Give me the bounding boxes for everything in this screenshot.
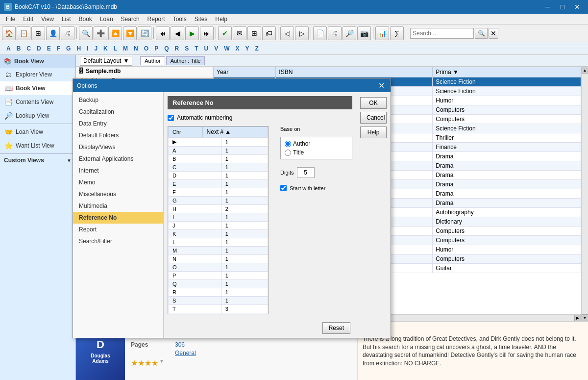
toolbar-doc-btn[interactable]: 📄 [313,26,327,40]
toolbar-grid-btn[interactable]: ⊞ [31,26,45,40]
toolbar-first-btn[interactable]: ⏮ [156,26,170,40]
toolbar-table-btn[interactable]: ⊞ [247,26,261,40]
sidebar-item-explorer[interactable]: 🗂 Explorer View [0,68,75,81]
row-next-cell[interactable]: 1 [221,272,268,280]
ref-table-row[interactable]: F1 [169,188,268,197]
reset-button[interactable]: Reset [322,322,350,334]
alpha-K[interactable]: K [101,44,110,53]
option-display-views[interactable]: Display/Views [73,141,163,153]
auto-numbering-label[interactable]: Automatic numbering [177,114,232,121]
tree-root[interactable]: 🗄 Sample.mdb [76,67,213,76]
menu-tools[interactable]: Tools [169,15,191,24]
ref-table-row[interactable]: B1 [169,155,268,163]
toolbar-bar-btn[interactable]: 📊 [375,26,389,40]
row-next-cell[interactable]: 1 [221,155,268,163]
ref-table-row[interactable]: N1 [169,255,268,263]
menu-help[interactable]: Help [211,15,231,24]
option-report[interactable]: Report [73,224,163,235]
option-data-entry[interactable]: Data Entry [73,118,163,129]
maximize-button[interactable]: □ [556,1,569,12]
alpha-H[interactable]: H [74,44,83,53]
menu-report[interactable]: Report [144,15,169,24]
sidebar-item-wantlist[interactable]: ⭐ Want List View [0,139,75,152]
alpha-U[interactable]: U [202,44,211,53]
sidebar-item-book[interactable]: 📖 Book View [0,81,75,95]
option-miscellaneous[interactable]: Miscellaneous [73,188,163,200]
alpha-X[interactable]: X [233,44,242,53]
option-search-filter[interactable]: Search/Filter [73,235,163,247]
alpha-R[interactable]: R [172,44,181,53]
toolbar-search-btn[interactable]: 🔍 [79,26,93,40]
start-letter-label[interactable]: Start with letter [290,185,325,191]
alpha-F[interactable]: F [54,44,63,53]
row-next-cell[interactable]: 1 [221,247,268,255]
alpha-G[interactable]: G [64,44,73,53]
ref-table-row[interactable]: Q1 [169,280,268,288]
alpha-T[interactable]: T [192,44,200,53]
ref-table-row[interactable]: A1 [169,147,268,155]
menu-edit[interactable]: Edit [19,15,37,24]
ref-table-row[interactable]: S1 [169,297,268,305]
auto-numbering-checkbox[interactable] [168,115,174,121]
alpha-J[interactable]: J [92,44,100,53]
menu-list[interactable]: List [58,15,75,24]
close-button[interactable]: ✕ [570,1,584,12]
option-memo[interactable]: Memo [73,177,163,188]
toolbar-print-btn[interactable]: 🖨 [61,26,74,40]
option-external-apps[interactable]: External Applications [73,153,163,165]
search-clear-btn[interactable]: ✕ [489,28,498,39]
row-next-cell[interactable]: 1 [221,188,268,197]
ref-table-row[interactable]: G1 [169,197,268,205]
help-button[interactable]: Help [360,127,387,138]
digits-input[interactable] [297,167,315,178]
menu-loan[interactable]: Loan [96,15,117,24]
menu-search[interactable]: Search [117,15,144,24]
row-next-cell[interactable]: 1 [221,180,268,188]
col-isbn[interactable]: ISBN [276,67,433,77]
toolbar-tag-btn[interactable]: 🏷 [262,26,276,40]
alpha-D[interactable]: D [34,44,44,53]
search-input[interactable] [410,28,474,39]
scroll-down-btn[interactable]: ▼ [582,314,588,321]
menu-view[interactable]: View [37,15,58,24]
alpha-V[interactable]: V [212,44,220,53]
dialog-close-button[interactable]: ✕ [376,81,387,90]
row-next-cell[interactable]: 1 [221,255,268,263]
minimize-button[interactable]: ─ [541,1,555,12]
radio-author[interactable] [285,141,291,147]
alpha-I[interactable]: I [84,44,91,53]
toolbar-refresh-btn[interactable]: 🔄 [138,26,151,40]
row-next-cell[interactable]: 1 [221,172,268,180]
toolbar-play-btn[interactable]: ▶ [185,26,199,40]
toolbar-check-btn[interactable]: ✔ [218,26,232,40]
ref-table-row[interactable]: O1 [169,263,268,272]
toolbar-prev-btn[interactable]: ◀ [171,26,184,40]
search-go-button[interactable]: 🔍 [475,28,488,39]
toolbar-camera-btn[interactable]: 📷 [357,26,371,40]
vertical-scrollbar[interactable]: ▲ ▼ [581,67,588,321]
option-reference-no[interactable]: Reference No [73,212,163,224]
ref-table-row[interactable]: M1 [169,247,268,255]
ref-table-row[interactable]: ▶1 [169,138,268,147]
ref-col-chr[interactable]: Chr [169,127,203,137]
toolbar-mail-btn[interactable]: ✉ [233,26,246,40]
alpha-E[interactable]: E [45,44,53,53]
rating-dropdown-icon[interactable]: ▼ [159,358,164,368]
ref-table-row[interactable]: U1 [169,313,268,314]
row-next-cell[interactable]: 1 [221,313,268,314]
alpha-Y[interactable]: Y [243,44,252,53]
ref-table-row[interactable]: K1 [169,230,268,238]
alpha-Z[interactable]: Z [253,44,261,53]
row-next-cell[interactable]: 1 [221,297,268,305]
row-next-cell[interactable]: 1 [221,280,268,288]
scroll-right-btn[interactable]: ▶ [574,315,581,322]
ref-table-row[interactable]: I1 [169,213,268,222]
alpha-O[interactable]: O [142,44,151,53]
row-next-cell[interactable]: 1 [221,222,268,230]
ref-table-row[interactable]: J1 [169,222,268,230]
toolbar-next2-btn[interactable]: ▷ [295,26,309,40]
row-next-cell[interactable]: 3 [221,305,268,313]
toolbar-prev2-btn[interactable]: ◁ [280,26,294,40]
alpha-A[interactable]: A [4,44,13,53]
sidebar-item-contents[interactable]: 📑 Contents View [0,95,75,109]
